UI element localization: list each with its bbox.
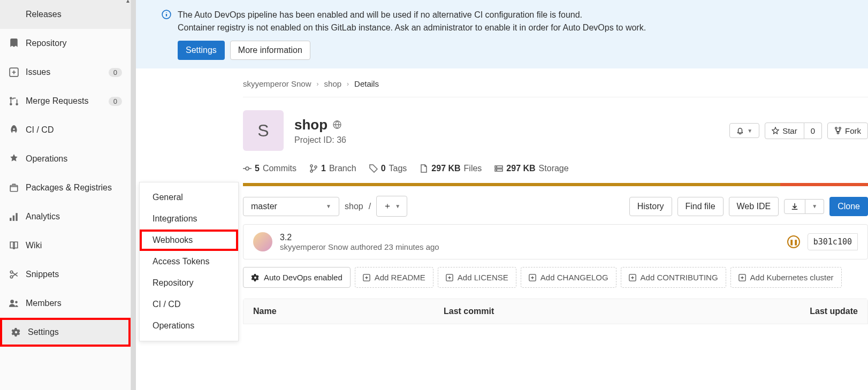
chevron-down-icon: ▼ [326,203,331,209]
sidebar-item-operations[interactable]: Operations [0,144,131,173]
sidebar-item-label: CI / CD [26,125,122,135]
svg-point-20 [315,166,317,168]
branch-selected: master [251,202,277,211]
operations-icon [9,154,19,164]
add-license-button[interactable]: Add LICENSE [438,267,516,288]
rocket-icon [9,125,19,135]
breadcrumb-sep: › [347,80,349,88]
stat-tags[interactable]: 0 Tags [369,164,407,173]
sidebar-item-wiki[interactable]: Wiki [0,231,131,260]
globe-icon [333,120,341,129]
star-button[interactable]: Star [765,123,804,139]
sidebar-item-label: Wiki [26,241,122,250]
sidebar-item-snippets[interactable]: Snippets [0,260,131,289]
svg-point-11 [15,301,18,304]
submenu-item-general[interactable]: General [140,187,238,208]
file-table: Name Last commit Last update [243,299,868,324]
scroll-track[interactable] [131,0,136,390]
breadcrumb-owner[interactable]: skyyemperor Snow [243,79,311,88]
autodevops-enabled-button[interactable]: Auto DevOps enabled [243,267,351,288]
alert-more-info-button[interactable]: More information [230,41,310,60]
clone-button[interactable]: Clone [829,197,868,216]
plus-box-icon [446,274,453,281]
history-button[interactable]: History [629,197,672,216]
main-content: The Auto DevOps pipeline has been enable… [136,0,868,390]
svg-point-1 [10,97,12,100]
add-kubernetes-label: Add Kubernetes cluster [750,273,834,282]
submenu-item-integrations[interactable]: Integrations [140,208,238,230]
svg-point-2 [10,103,12,105]
plus-box-icon [363,274,370,281]
commits-count: 5 [255,164,260,173]
submenu-item-access-tokens[interactable]: Access Tokens [140,251,238,272]
stat-storage[interactable]: 297 KB Storage [494,164,568,173]
pipeline-status-icon[interactable]: ❚❚ [787,235,800,248]
star-label: Star [782,126,797,135]
sidebar-item-label: Repository [26,39,122,48]
gear-icon [251,273,260,282]
find-file-button[interactable]: Find file [677,197,724,216]
sidebar-item-label: Settings [28,327,120,337]
svg-point-15 [839,127,841,129]
fork-button[interactable]: Fork [827,123,868,139]
add-license-label: Add LICENSE [458,273,508,282]
download-dropdown[interactable]: ▼ [805,199,824,214]
stat-files[interactable]: 297 KB Files [420,164,482,173]
add-kubernetes-button[interactable]: Add Kubernetes cluster [730,267,842,288]
scroll-up-arrow[interactable]: ▲ [125,0,131,4]
sidebar-item-members[interactable]: Members [0,289,131,318]
sidebar-item-releases[interactable]: Releases [0,0,131,29]
commit-sha[interactable]: b301c100 [808,233,858,250]
info-icon [162,10,171,19]
path-project[interactable]: shop [345,202,363,211]
add-dropdown[interactable]: ＋ ▼ [376,196,407,217]
package-icon [9,182,19,193]
stat-branches[interactable]: 1 Branch [309,164,356,173]
chevron-down-icon: ▼ [812,203,817,209]
sidebar-item-packages[interactable]: Packages & Registries [0,173,131,202]
sidebar-item-cicd[interactable]: CI / CD [0,116,131,144]
add-changelog-button[interactable]: Add CHANGELOG [521,267,616,288]
breadcrumb-project[interactable]: shop [324,79,342,88]
breadcrumb-current: Details [354,79,379,88]
sidebar-item-label: Issues [26,67,109,77]
avatar [253,232,272,251]
commit-time: 23 minutes ago [384,242,439,251]
submenu-item-webhooks[interactable]: Webhooks [140,230,238,251]
sidebar-item-analytics[interactable]: Analytics [0,202,131,231]
files-label: Files [464,164,482,173]
sidebar-item-issues[interactable]: Issues 0 [0,58,131,87]
download-button[interactable] [784,199,805,214]
star-count[interactable]: 0 [804,123,822,139]
branch-label: Branch [329,164,356,173]
commit-author[interactable]: skyyemperor Snow [280,242,348,251]
branch-count: 1 [321,164,326,173]
webide-button[interactable]: Web IDE [729,197,779,216]
submenu-item-operations[interactable]: Operations [140,315,238,337]
lang-segment-primary [243,183,780,186]
add-readme-button[interactable]: Add README [355,267,433,288]
svg-point-14 [835,127,837,129]
sidebar-item-merge-requests[interactable]: Merge Requests 0 [0,87,131,116]
svg-point-24 [497,170,497,171]
stat-commits[interactable]: 5 Commits [243,164,296,173]
commit-title[interactable]: 3.2 [280,233,780,242]
autodevops-alert: The Auto DevOps pipeline has been enable… [136,0,868,68]
language-bar [243,183,868,186]
project-avatar: S [243,110,284,151]
branch-select[interactable]: master ▼ [243,197,339,216]
download-icon [791,203,798,210]
svg-point-17 [246,167,249,170]
submenu-item-cicd[interactable]: CI / CD [140,294,238,315]
alert-settings-button[interactable]: Settings [178,41,225,60]
breadcrumb: skyyemperor Snow › shop › Details [243,79,868,97]
chevron-down-icon: ▼ [395,203,400,209]
add-changelog-label: Add CHANGELOG [540,273,608,282]
sidebar-item-settings[interactable]: Settings [0,318,131,347]
notification-dropdown[interactable]: ▼ [729,123,759,138]
sidebar-item-repository[interactable]: Repository [0,29,131,58]
book-icon [9,240,19,251]
sidebar-item-label: Members [26,299,122,308]
add-contributing-button[interactable]: Add CONTRIBUTING [621,267,726,288]
submenu-item-repository[interactable]: Repository [140,272,238,294]
